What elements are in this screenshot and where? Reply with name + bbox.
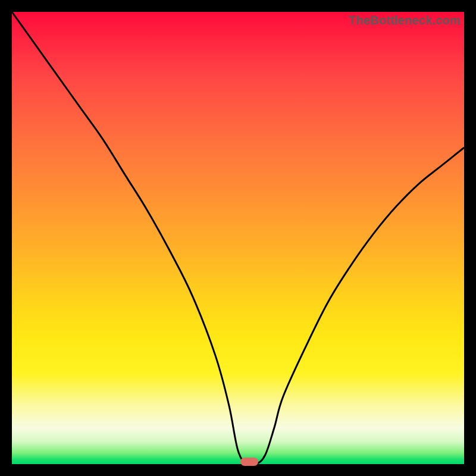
chart-frame: TheBottleneck.com bbox=[0, 0, 476, 476]
curve-path bbox=[12, 12, 464, 466]
plot-area: TheBottleneck.com bbox=[12, 12, 464, 464]
bottleneck-curve bbox=[12, 12, 464, 464]
optimal-marker bbox=[240, 458, 258, 466]
